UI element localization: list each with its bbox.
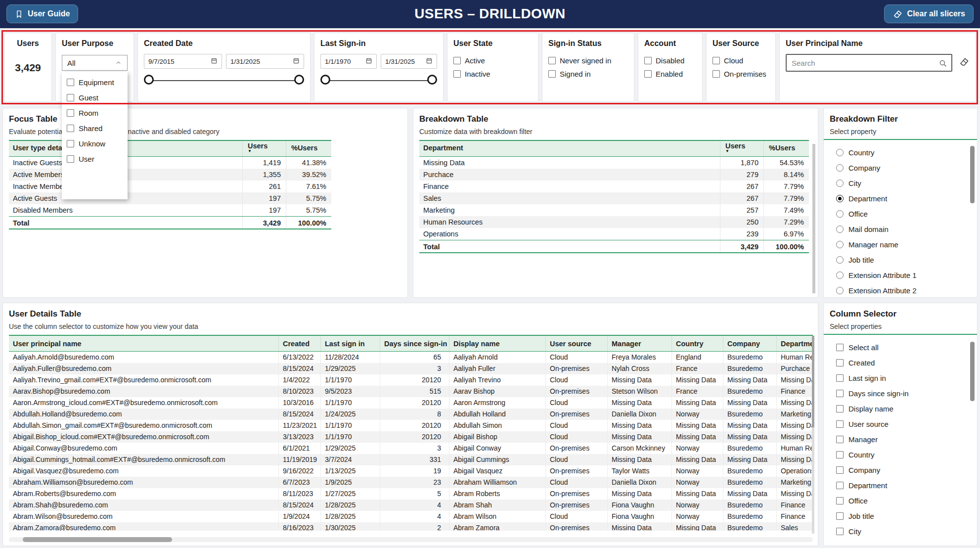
breakdown-filter-scrollbar[interactable] xyxy=(970,146,975,203)
checkbox-icon[interactable] xyxy=(836,390,844,397)
checkbox-option-guest[interactable]: Guest xyxy=(62,90,128,105)
checkbox-icon[interactable] xyxy=(453,70,461,78)
checkbox-option-select-all[interactable]: Select all xyxy=(830,340,971,355)
table-row[interactable]: Disabled Members1975.75% xyxy=(9,204,331,216)
column-header-country[interactable]: Country xyxy=(671,336,723,351)
checkbox-icon[interactable] xyxy=(67,140,74,147)
checkbox-icon[interactable] xyxy=(713,70,720,78)
checkbox-icon[interactable] xyxy=(67,155,74,163)
checkbox-icon[interactable] xyxy=(836,482,844,489)
checkbox-icon[interactable] xyxy=(836,497,844,504)
column-header-pct-users[interactable]: %Users xyxy=(286,141,331,156)
calendar-icon[interactable] xyxy=(211,57,218,66)
checkbox-option-enabled[interactable]: Enabled xyxy=(644,67,696,81)
table-row[interactable]: Abraham.Williamson@bsuredemo.com6/7/2023… xyxy=(9,477,813,488)
clear-all-slicers-button[interactable]: Clear all slicers xyxy=(884,4,974,23)
column-header-users[interactable]: Users ▼ xyxy=(242,141,286,156)
radio-option-extension-attribute-1[interactable]: Extension Attribute 1 xyxy=(830,268,971,283)
radio-option-department[interactable]: Department xyxy=(830,191,971,206)
last-signin-end-input[interactable]: 1/31/2025 xyxy=(381,54,437,69)
column-header-user-principal-name[interactable]: User principal name xyxy=(9,336,278,351)
checkbox-icon[interactable] xyxy=(836,420,844,428)
upn-search-box[interactable] xyxy=(786,54,952,72)
slider-handle-end[interactable] xyxy=(427,75,437,85)
column-header-created[interactable]: Created xyxy=(278,336,320,351)
checkbox-icon[interactable] xyxy=(67,125,74,132)
table-row[interactable]: Active Members1,35539.52% xyxy=(9,169,331,181)
table-row[interactable]: Abdullah.Holland@bsuredemo.com8/15/20241… xyxy=(9,409,813,420)
column-header-days-since-sign-in[interactable]: Days since sign-in xyxy=(380,336,449,351)
checkbox-option-unknow[interactable]: Unknow xyxy=(62,136,128,151)
column-header-last-sign-in[interactable]: Last sign in xyxy=(320,336,380,351)
checkbox-icon[interactable] xyxy=(644,57,652,64)
checkbox-option-room[interactable]: Room xyxy=(62,105,128,121)
checkbox-option-country[interactable]: Country xyxy=(830,447,971,462)
table-row[interactable]: Finance2677.79% xyxy=(419,181,809,192)
radio-icon[interactable] xyxy=(836,180,844,187)
checkbox-icon[interactable] xyxy=(836,405,844,412)
checkbox-option-inactive[interactable]: Inactive xyxy=(453,67,532,81)
breakdown-table-scrollbar[interactable] xyxy=(812,144,815,293)
last-signin-start-input[interactable]: 1/1/1970 xyxy=(320,54,377,69)
checkbox-option-user[interactable]: User xyxy=(62,151,128,167)
checkbox-icon[interactable] xyxy=(836,344,844,351)
slider-handle-start[interactable] xyxy=(320,75,330,85)
created-date-start-input[interactable]: 9/7/2015 xyxy=(144,54,222,69)
checkbox-option-department[interactable]: Department xyxy=(830,478,971,493)
radio-icon[interactable] xyxy=(836,226,844,233)
horizontal-scrollbar-thumb[interactable] xyxy=(23,537,172,542)
checkbox-option-manager[interactable]: Manager xyxy=(830,432,971,447)
checkbox-icon[interactable] xyxy=(836,374,844,382)
checkbox-icon[interactable] xyxy=(713,57,720,64)
user-details-horizontal-scrollbar[interactable] xyxy=(9,537,813,542)
checkbox-option-disabled[interactable]: Disabled xyxy=(644,54,696,67)
table-row[interactable]: Abdullah.Simon_gmail.com#EXT#@bsuredemo.… xyxy=(9,420,813,431)
chevron-up-icon[interactable] xyxy=(115,59,122,67)
checkbox-option-job-title[interactable]: Job title xyxy=(830,508,971,524)
radio-icon[interactable] xyxy=(836,241,844,248)
radio-icon[interactable] xyxy=(836,149,844,156)
radio-option-city[interactable]: City xyxy=(830,176,971,191)
radio-icon[interactable] xyxy=(836,256,844,264)
radio-icon[interactable] xyxy=(836,195,844,202)
column-selector-scrollbar[interactable] xyxy=(970,342,975,401)
table-row[interactable]: Abram.Shah@bsuredemo.com8/15/20241/28/20… xyxy=(9,500,813,511)
radio-icon[interactable] xyxy=(836,210,844,218)
column-header-pct-users[interactable]: %Users xyxy=(763,141,809,156)
column-header-department[interactable]: Department xyxy=(419,141,720,156)
checkbox-icon[interactable] xyxy=(548,70,556,78)
vertical-scrollbar-thumb[interactable] xyxy=(812,336,814,427)
table-row[interactable]: Operations2396.97% xyxy=(419,228,809,240)
radio-icon[interactable] xyxy=(836,287,844,294)
checkbox-icon[interactable] xyxy=(836,451,844,458)
search-icon[interactable] xyxy=(938,59,947,70)
table-row[interactable]: Active Guests1975.75% xyxy=(9,192,331,204)
radio-option-company[interactable]: Company xyxy=(830,160,971,176)
checkbox-option-cloud[interactable]: Cloud xyxy=(713,54,769,67)
checkbox-option-user-source[interactable]: User source xyxy=(830,416,971,432)
table-row[interactable]: Abigail.Cummings_hotmail.com#EXT#@bsured… xyxy=(9,454,813,465)
checkbox-icon[interactable] xyxy=(836,436,844,443)
table-row[interactable]: Abigail.Conway@bsuredemo.com6/1/20211/29… xyxy=(9,443,813,454)
table-row[interactable]: Inactive Members2617.61% xyxy=(9,181,331,192)
column-header-company[interactable]: Company xyxy=(723,336,776,351)
column-header-user-source[interactable]: User source xyxy=(545,336,607,351)
slider-handle-start[interactable] xyxy=(144,75,154,85)
checkbox-icon[interactable] xyxy=(548,57,556,64)
column-header-users[interactable]: Users ▼ xyxy=(720,141,763,156)
radio-icon[interactable] xyxy=(836,164,844,172)
table-row[interactable]: Aarav.Bishop@bsuredemo.com8/10/20239/5/2… xyxy=(9,386,813,397)
checkbox-option-signed-in[interactable]: Signed in xyxy=(548,67,628,81)
checkbox-option-office[interactable]: Office xyxy=(830,493,971,508)
column-header-display-name[interactable]: Display name xyxy=(449,336,545,351)
checkbox-icon[interactable] xyxy=(644,70,652,78)
checkbox-option-last-sign-in[interactable]: Last sign in xyxy=(830,370,971,386)
radio-option-extension-attribute-2[interactable]: Extension Attribute 2 xyxy=(830,283,971,298)
table-row[interactable]: Aaliyah.Fuller@bsuredemo.com8/15/20241/2… xyxy=(9,363,813,374)
table-row[interactable]: Missing Data1,87054.53% xyxy=(419,157,809,169)
checkbox-option-on-premises[interactable]: On-premises xyxy=(713,67,769,81)
calendar-icon[interactable] xyxy=(426,57,433,66)
table-row[interactable]: Human Resources2507.29% xyxy=(419,216,809,228)
table-row[interactable]: Abram.Roberts@bsuredemo.com8/11/20231/27… xyxy=(9,488,813,500)
user-guide-button[interactable]: User Guide xyxy=(6,4,78,23)
